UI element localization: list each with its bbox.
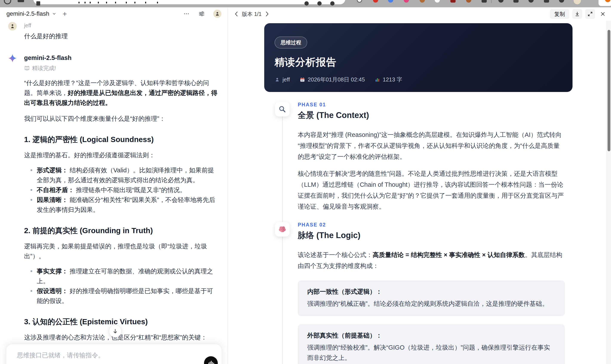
- message-composer[interactable]: 思维接口已就绪，请传输指令。: [6, 344, 222, 364]
- share-icon[interactable]: [317, 1, 322, 6]
- paragraph: 我们可以从以下四个维度来衡量什么是“好的推理”：: [24, 114, 218, 124]
- bullet-list: 事实支撑： 推理建立在可靠的数据、准确的观测或公认的真理之上。 假设透明： 好的…: [24, 266, 218, 306]
- extension-icon[interactable]: [559, 0, 564, 3]
- phase-title: 脉络 (The Logic): [298, 230, 565, 241]
- list-item: 形式逻辑： 结构必须有效（Valid）。比如演绎推理中，如果前提全部为真，那么通…: [24, 165, 218, 185]
- dimension-cards: 内部一致性（形式逻辑）： 强调推理的“机械正确”。结论必须在给定的规则系统内逻辑…: [298, 280, 565, 364]
- bullet-dot: [30, 189, 32, 191]
- extension-icon[interactable]: [373, 0, 378, 3]
- chevron-down-icon[interactable]: [52, 11, 56, 16]
- assistant-message: gemini-2.5-flash 精读完成! “什么是好的推理？”这是一个涉及逻…: [8, 54, 218, 364]
- extension-icon[interactable]: [435, 0, 440, 3]
- list-item: 不自相矛盾： 推理链条中不能出现“既是又非”的情况。: [24, 185, 218, 195]
- bullet-dot: [30, 290, 32, 292]
- extension-icon[interactable]: [420, 0, 425, 3]
- phase-section-1: PHASE 01 全景 (The Context) 本内容是对“推理 (Reas…: [264, 102, 572, 212]
- scrollbar-thumb[interactable]: [608, 30, 610, 151]
- brain-icon: [275, 222, 290, 237]
- bullet-dot: [30, 199, 32, 201]
- report-title: 精读分析报告: [275, 55, 562, 69]
- paragraph: “什么是好的推理？”这是一个涉及逻辑学、认知科学和哲学核心的问题。简单来说，好的…: [24, 78, 218, 108]
- list-item: 因果清晰： 能准确区分“相关性”和“因果关系”，不会轻率地将先后发生的事情归为因…: [24, 195, 218, 215]
- settings-sliders-icon[interactable]: [198, 10, 205, 17]
- section-heading: 3. 认知的公正性 (Epistemic Virtues): [24, 317, 218, 326]
- browser-chrome: [0, 0, 611, 7]
- user-avatar[interactable]: [213, 10, 221, 18]
- dimension-card: 内部一致性（形式逻辑）： 强调推理的“机械正确”。结论必须在给定的规则系统内逻辑…: [298, 280, 565, 316]
- book-icon: [24, 65, 30, 71]
- meta-word-count: 1213 字: [375, 76, 402, 83]
- magnifier-icon: [275, 102, 290, 117]
- paragraph: 逻辑再完美，如果前提是错误的，推理也是垃圾（即“垃圾进，垃圾出”）。: [24, 241, 218, 261]
- status-line: 精读完成!: [24, 65, 218, 72]
- addr-extra-icon[interactable]: [330, 1, 334, 6]
- card-title: 外部真实性（前提基础）：: [307, 331, 555, 340]
- composer-placeholder[interactable]: 思维接口已就绪，请传输指令。: [6, 344, 222, 360]
- calendar-icon: 17: [300, 77, 305, 82]
- download-button[interactable]: [572, 9, 582, 19]
- copy-button[interactable]: 复制: [550, 9, 569, 19]
- bookmark-star-icon[interactable]: [305, 1, 309, 6]
- phase-label: PHASE 01: [298, 102, 565, 108]
- chevron-right-icon[interactable]: [265, 11, 269, 17]
- app-window: gemini-2.5-flash +: [0, 7, 611, 364]
- fullscreen-button[interactable]: [585, 9, 595, 19]
- meta-date: 17 2026年01月08日 02:45: [300, 76, 365, 83]
- extension-icon[interactable]: [544, 0, 549, 3]
- list-item: 事实支撑： 推理建立在可靠的数据、准确的观测或公认的真理之上。: [24, 266, 218, 286]
- extension-icon[interactable]: [482, 0, 487, 3]
- chat-panel: gemini-2.5-flash +: [0, 7, 228, 364]
- bullet-list: 形式逻辑： 结构必须有效（Valid）。比如演绎推理中，如果前提全部为真，那么通…: [24, 165, 218, 215]
- close-button[interactable]: [598, 9, 608, 19]
- paragraph: 这是推理的基石。好的推理必须遵循逻辑法则：: [24, 150, 218, 160]
- user-message: jeff 什么是好的推理: [8, 22, 218, 41]
- user-avatar: [8, 22, 17, 30]
- meta-author: jeff: [275, 76, 290, 83]
- phase-title: 全景 (The Context): [298, 110, 565, 121]
- gemini-logo-icon: [8, 54, 17, 63]
- message-author: jeff: [24, 22, 218, 29]
- report-type-badge: 思维过程: [275, 37, 307, 49]
- extension-icon[interactable]: [404, 0, 409, 3]
- extension-icon[interactable]: [357, 0, 362, 3]
- profile-avatar[interactable]: [574, 0, 581, 4]
- new-chat-button[interactable]: +: [63, 10, 67, 17]
- report-document[interactable]: 思维过程 精读分析报告 jeff 17: [228, 21, 607, 364]
- paragraph: 该论述基于一个核心公式：高质量结论 = 结构完整性 × 事实准确性 × 认知自律…: [298, 249, 565, 271]
- extension-icon[interactable]: [451, 0, 456, 3]
- card-body: 强调推理的“机械正确”。结论必须在给定的规则系统内逻辑自洽，这是推理的硬件基础。: [307, 299, 555, 309]
- report-hero: 思维过程 精读分析报告 jeff 17: [264, 23, 572, 92]
- extension-icon[interactable]: [388, 0, 393, 3]
- version-nav: 版本 1/1: [234, 11, 269, 18]
- paragraph: 本内容是对“推理 (Reasoning)”这一抽象概念的高层建模。在知识爆炸与人…: [298, 129, 565, 162]
- report-panel: 版本 1/1 复制: [228, 7, 611, 364]
- more-options-icon[interactable]: [183, 11, 190, 17]
- chevron-left-icon[interactable]: [234, 11, 239, 17]
- message-text: 什么是好的推理: [24, 32, 218, 41]
- phase-label: PHASE 02: [298, 222, 565, 228]
- apps-grid-icon[interactable]: [18, 0, 24, 2]
- paragraph: 核心情境在于解决“思考的随意性”问题。不论是人类通过批判性思维进行决策，还是大语…: [298, 168, 565, 212]
- back-icon[interactable]: [4, 0, 11, 4]
- version-label: 版本 1/1: [242, 11, 262, 18]
- model-selector[interactable]: gemini-2.5-flash: [6, 10, 49, 17]
- card-body: 强调推理的“经验校准”。解决“GIGO（垃圾进，垃圾出）”问题，确保推理引擎运行…: [307, 342, 555, 363]
- extension-icon[interactable]: [498, 0, 504, 3]
- paragraph: 这涉及推理者的心态和方法论，也是区分“杠精”和“思想家”的关键：: [24, 332, 218, 342]
- chat-message-list[interactable]: jeff 什么是好的推理: [0, 20, 227, 364]
- section-heading: 2. 前提的真实性 (Grounding in Truth): [24, 226, 218, 235]
- scroll-to-bottom-button[interactable]: [109, 325, 121, 337]
- address-bar[interactable]: [33, 0, 345, 4]
- section-heading: 1. 逻辑的严密性 (Logical Soundness): [24, 135, 218, 144]
- extension-icon[interactable]: [513, 0, 518, 3]
- extension-icon[interactable]: [529, 0, 534, 3]
- assistant-content: “什么是好的推理？”这是一个涉及逻辑学、认知科学和哲学核心的问题。简单来说，好的…: [24, 78, 218, 364]
- list-item: 假设透明： 好的推理会明确指明哪些是已知事实，哪些是基于可能的假设。: [24, 286, 218, 306]
- phase-section-2: PHASE 02 脉络 (The Logic) 该论述基于一个核心公式：高质量结…: [264, 222, 572, 364]
- scrollbar-track[interactable]: [607, 21, 611, 364]
- bar-chart-icon: [375, 77, 380, 82]
- svg-text:17: 17: [301, 79, 304, 81]
- message-author: gemini-2.5-flash: [24, 54, 218, 62]
- extension-icon[interactable]: [466, 0, 471, 3]
- dimension-card: 外部真实性（前提基础）： 强调推理的“经验校准”。解决“GIGO（垃圾进，垃圾出…: [298, 324, 565, 364]
